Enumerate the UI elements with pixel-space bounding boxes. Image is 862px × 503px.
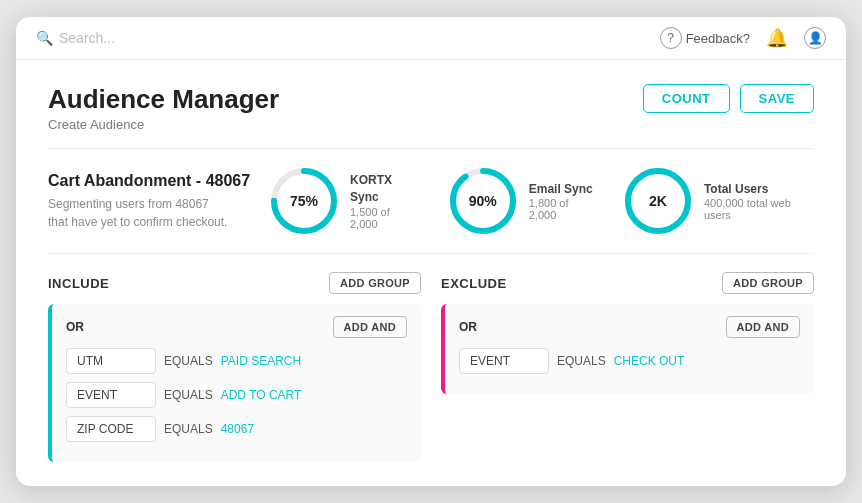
count-button[interactable]: COUNT [643, 84, 730, 113]
stat3-label: Total Users 400,000 total web users [704, 181, 814, 222]
exclude-section: EXCLUDE ADD GROUP OR ADD AND EVENT EQUAL… [441, 272, 814, 462]
page-header: Audience Manager Create Audience COUNT S… [48, 84, 814, 132]
bell-icon[interactable]: 🔔 [766, 27, 788, 49]
divider-1 [48, 148, 814, 149]
search-icon: 🔍 [36, 30, 53, 46]
include-value-3[interactable]: 48067 [221, 422, 254, 436]
include-or-label: OR [66, 320, 84, 334]
sections-row: INCLUDE ADD GROUP OR ADD AND UTM EQUALS … [48, 272, 814, 462]
circle-total: 2K [622, 165, 694, 237]
user-icon[interactable]: 👤 [804, 27, 826, 49]
exclude-add-and-button[interactable]: ADD AND [726, 316, 800, 338]
stats-section: Cart Abandonment - 48067 Segmenting user… [48, 165, 814, 237]
stat2-value: 90% [469, 193, 497, 209]
divider-2 [48, 253, 814, 254]
page-subtitle: Create Audience [48, 117, 279, 132]
exclude-add-group-button[interactable]: ADD GROUP [722, 272, 814, 294]
include-op-1: EQUALS [164, 354, 213, 368]
include-header: INCLUDE ADD GROUP [48, 272, 421, 294]
help-icon: ? [660, 27, 682, 49]
exclude-op-1: EQUALS [557, 354, 606, 368]
page-title: Audience Manager [48, 84, 279, 115]
search-area[interactable]: 🔍 Search... [36, 30, 650, 46]
include-group-header: OR ADD AND [66, 316, 407, 338]
stat3-value: 2K [649, 193, 667, 209]
search-placeholder: Search... [59, 30, 115, 46]
audience-desc: Segmenting users from 48067 that have ye… [48, 195, 268, 231]
title-group: Audience Manager Create Audience [48, 84, 279, 132]
include-field-3[interactable]: ZIP CODE [66, 416, 156, 442]
circle-email: 90% [447, 165, 519, 237]
top-bar-right: ? Feedback? 🔔 👤 [660, 27, 826, 49]
stat2-label: Email Sync 1,800 of 2,000 [529, 181, 594, 222]
include-field-1[interactable]: UTM [66, 348, 156, 374]
circle-kortx: 75% [268, 165, 340, 237]
include-group-box: OR ADD AND UTM EQUALS PAID SEARCH EVENT … [48, 304, 421, 462]
exclude-field-1[interactable]: EVENT [459, 348, 549, 374]
include-add-and-button[interactable]: ADD AND [333, 316, 407, 338]
include-op-2: EQUALS [164, 388, 213, 402]
exclude-value-1[interactable]: CHECK OUT [614, 354, 685, 368]
exclude-header: EXCLUDE ADD GROUP [441, 272, 814, 294]
stat-total: 2K Total Users 400,000 total web users [622, 165, 814, 237]
include-section: INCLUDE ADD GROUP OR ADD AND UTM EQUALS … [48, 272, 421, 462]
header-buttons: COUNT SAVE [643, 84, 814, 113]
include-value-1[interactable]: PAID SEARCH [221, 354, 301, 368]
exclude-group-header: OR ADD AND [459, 316, 800, 338]
audience-info: Cart Abandonment - 48067 Segmenting user… [48, 172, 268, 231]
include-condition-1: UTM EQUALS PAID SEARCH [66, 348, 407, 374]
exclude-title: EXCLUDE [441, 276, 507, 291]
stat1-label: KORTX Sync 1,500 of 2,000 [350, 172, 419, 230]
stats-circles: 75% KORTX Sync 1,500 of 2,000 90% [268, 165, 814, 237]
include-add-group-button[interactable]: ADD GROUP [329, 272, 421, 294]
exclude-condition-1: EVENT EQUALS CHECK OUT [459, 348, 800, 374]
exclude-group-box: OR ADD AND EVENT EQUALS CHECK OUT [441, 304, 814, 394]
include-value-2[interactable]: ADD TO CART [221, 388, 302, 402]
include-condition-2: EVENT EQUALS ADD TO CART [66, 382, 407, 408]
audience-name: Cart Abandonment - 48067 [48, 172, 268, 190]
stat-kortx: 75% KORTX Sync 1,500 of 2,000 [268, 165, 419, 237]
feedback-label: Feedback? [686, 31, 750, 46]
stat-email: 90% Email Sync 1,800 of 2,000 [447, 165, 594, 237]
app-window: 🔍 Search... ? Feedback? 🔔 👤 Audience Man… [16, 17, 846, 486]
main-content: Audience Manager Create Audience COUNT S… [16, 60, 846, 486]
include-title: INCLUDE [48, 276, 109, 291]
exclude-or-label: OR [459, 320, 477, 334]
feedback-button[interactable]: ? Feedback? [660, 27, 750, 49]
include-op-3: EQUALS [164, 422, 213, 436]
include-condition-3: ZIP CODE EQUALS 48067 [66, 416, 407, 442]
stat1-value: 75% [290, 193, 318, 209]
include-field-2[interactable]: EVENT [66, 382, 156, 408]
top-bar: 🔍 Search... ? Feedback? 🔔 👤 [16, 17, 846, 60]
save-button[interactable]: SAVE [740, 84, 814, 113]
user-avatar[interactable]: 👤 [804, 27, 826, 49]
